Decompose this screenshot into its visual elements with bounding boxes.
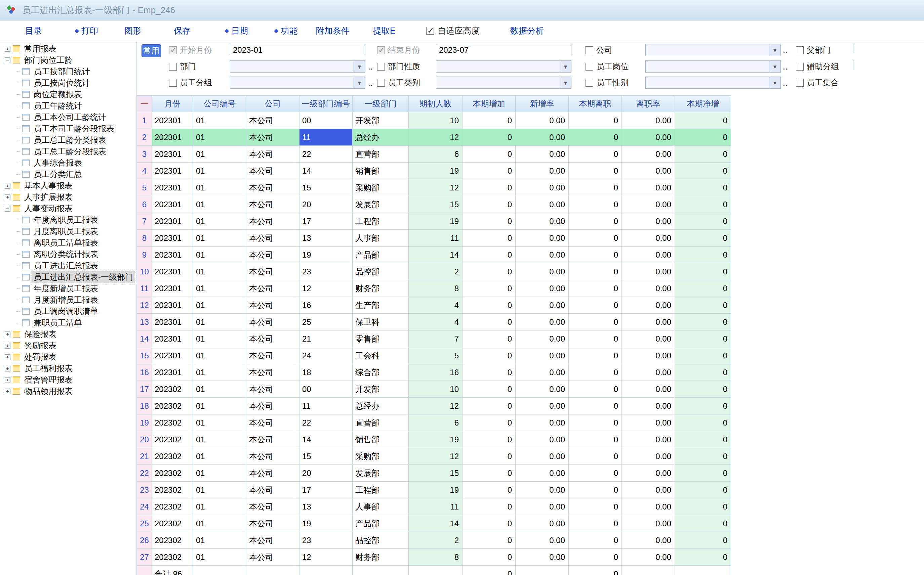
table-cell[interactable]: 15 <box>300 448 353 465</box>
table-cell[interactable]: 本公司 <box>246 179 300 196</box>
table-cell[interactable]: 产品部 <box>353 515 409 532</box>
table-cell[interactable]: 00 <box>300 112 353 129</box>
corner-cell[interactable]: 一 <box>137 96 152 112</box>
table-cell[interactable]: 0 <box>569 196 622 213</box>
table-cell[interactable]: 0.00 <box>516 381 569 398</box>
tree-item[interactable]: +常用报表 <box>0 43 137 54</box>
table-cell[interactable]: 0 <box>462 314 516 330</box>
table-cell[interactable]: 0.00 <box>516 196 569 213</box>
table-cell[interactable]: 0 <box>462 146 516 162</box>
tree-item[interactable]: 员工总工龄分段报表 <box>0 146 137 157</box>
row-header[interactable]: 10 <box>137 263 152 280</box>
table-cell[interactable]: 本公司 <box>246 213 300 230</box>
table-cell[interactable]: 25 <box>300 314 353 330</box>
table-cell[interactable]: 01 <box>193 230 246 246</box>
table-cell[interactable]: 产品部 <box>353 246 409 263</box>
table-cell[interactable]: 202302 <box>152 481 193 499</box>
expand-icon[interactable]: + <box>5 343 10 349</box>
table-cell[interactable]: 0 <box>569 415 622 431</box>
table-cell[interactable]: 0.00 <box>622 330 675 347</box>
table-cell[interactable]: 4 <box>409 314 462 330</box>
table-cell[interactable]: 12 <box>409 179 462 196</box>
table-cell[interactable]: 01 <box>193 196 246 213</box>
table-cell[interactable]: 0.00 <box>622 465 675 481</box>
table-cell[interactable]: 13 <box>300 499 353 515</box>
table-cell[interactable]: 0 <box>462 280 516 297</box>
table-cell[interactable]: 0 <box>462 481 516 499</box>
table-cell[interactable]: 202302 <box>152 549 193 565</box>
table-cell[interactable]: 20 <box>300 196 353 213</box>
table-cell[interactable]: 0.00 <box>516 532 569 549</box>
table-cell[interactable]: 本公司 <box>246 415 300 431</box>
table-cell[interactable]: 0.00 <box>516 162 569 179</box>
table-cell[interactable]: 01 <box>193 549 246 565</box>
table-cell[interactable]: 0 <box>675 146 731 162</box>
table-cell[interactable]: 01 <box>193 431 246 448</box>
chevron-down-icon[interactable]: ▾ <box>354 77 365 88</box>
table-cell[interactable]: 202301 <box>152 297 193 314</box>
table-cell[interactable]: 01 <box>193 162 246 179</box>
table-cell[interactable]: 0.00 <box>516 112 569 129</box>
table-cell[interactable]: 人事部 <box>353 230 409 246</box>
table-cell[interactable]: 202301 <box>152 129 193 146</box>
row-header[interactable]: 22 <box>137 465 152 481</box>
table-cell[interactable]: 202301 <box>152 112 193 129</box>
table-cell[interactable]: 4 <box>409 297 462 314</box>
row-header[interactable]: 18 <box>137 398 152 415</box>
row-header[interactable]: 27 <box>137 549 152 565</box>
tree-item[interactable]: +物品领用报表 <box>0 386 137 397</box>
table-cell[interactable]: 202301 <box>152 246 193 263</box>
table-cell[interactable]: 202301 <box>152 263 193 280</box>
end-month-input[interactable] <box>436 44 571 56</box>
row-header[interactable]: 13 <box>137 314 152 330</box>
column-header[interactable]: 一级部门 <box>353 96 409 112</box>
table-cell[interactable]: 0 <box>569 280 622 297</box>
dept-lookup-button[interactable]: .. <box>368 60 373 73</box>
table-cell[interactable]: 19 <box>409 481 462 499</box>
table-cell[interactable]: 24 <box>300 347 353 364</box>
table-cell[interactable]: 综合部 <box>353 364 409 381</box>
table-cell[interactable]: 01 <box>193 398 246 415</box>
table-cell[interactable]: 0 <box>675 381 731 398</box>
tree-item[interactable]: +处罚报表 <box>0 351 137 363</box>
table-cell[interactable]: 0 <box>569 179 622 196</box>
table-cell[interactable]: 0 <box>675 196 731 213</box>
table-cell[interactable]: 202302 <box>152 532 193 549</box>
table-cell[interactable]: 202301 <box>152 347 193 364</box>
table-cell[interactable]: 0 <box>462 246 516 263</box>
table-cell[interactable]: 01 <box>193 465 246 481</box>
table-cell[interactable]: 0.00 <box>622 532 675 549</box>
table-cell[interactable]: 12 <box>409 448 462 465</box>
table-cell[interactable]: 01 <box>193 314 246 330</box>
tree-item[interactable]: 员工年龄统计 <box>0 100 137 111</box>
table-cell[interactable]: 0 <box>675 532 731 549</box>
table-cell[interactable]: 18 <box>300 364 353 381</box>
tree-item[interactable]: +基本人事报表 <box>0 180 137 191</box>
row-header[interactable]: 12 <box>137 297 152 314</box>
table-cell[interactable]: 人事部 <box>353 499 409 515</box>
table-cell[interactable]: 0 <box>462 230 516 246</box>
tree-item[interactable]: 员工本司工龄分段报表 <box>0 123 137 134</box>
table-cell[interactable]: 01 <box>193 297 246 314</box>
table-cell[interactable]: 21 <box>300 330 353 347</box>
table-cell[interactable]: 01 <box>193 532 246 549</box>
row-header[interactable]: 26 <box>137 532 152 549</box>
table-cell[interactable]: 财务部 <box>353 549 409 565</box>
row-header[interactable]: 4 <box>137 162 152 179</box>
table-cell[interactable]: 0.00 <box>516 415 569 431</box>
tree-item[interactable]: +人事扩展报表 <box>0 191 137 203</box>
table-cell[interactable]: 0 <box>569 499 622 515</box>
table-cell[interactable]: 0 <box>569 314 622 330</box>
adaptive-height-toggle[interactable]: 自适应高度 <box>426 21 480 41</box>
row-header[interactable]: 16 <box>137 364 152 381</box>
table-cell[interactable]: 0 <box>675 297 731 314</box>
table-cell[interactable]: 0 <box>462 415 516 431</box>
table-cell[interactable]: 01 <box>193 415 246 431</box>
row-header[interactable]: 6 <box>137 196 152 213</box>
table-cell[interactable]: 19 <box>409 213 462 230</box>
aux-group-checkbox[interactable] <box>796 63 804 70</box>
table-cell[interactable]: 0 <box>675 364 731 381</box>
table-cell[interactable]: 本公司 <box>246 129 300 146</box>
table-cell[interactable]: 11 <box>300 398 353 415</box>
table-cell[interactable]: 0 <box>675 499 731 515</box>
